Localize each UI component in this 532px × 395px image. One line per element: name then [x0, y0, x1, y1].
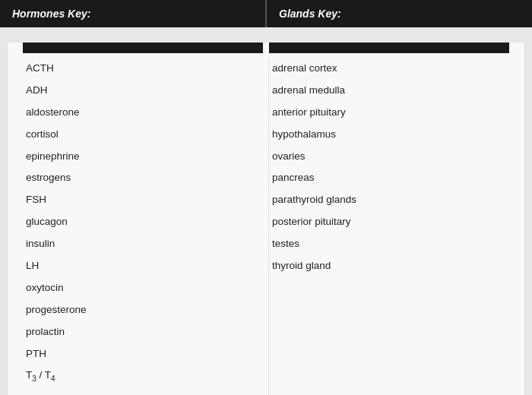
list-item: epinephrine: [23, 146, 263, 168]
header-bar: Hormones Key: Glands Key:: [0, 0, 532, 27]
list-item: oxytocin: [23, 277, 263, 299]
list-item: adrenal medulla: [269, 80, 509, 102]
glands-column: adrenal cortexadrenal medullaanterior pi…: [269, 53, 509, 395]
list-item: FSH: [23, 189, 263, 211]
list-item: anterior pituitary: [269, 102, 509, 124]
table-body: ACTHADHaldosteronecortisolepinephrineest…: [23, 53, 509, 395]
hormones-header-cell: Hormones Key:: [0, 0, 265, 27]
main-card: ACTHADHaldosteronecortisolepinephrineest…: [8, 43, 524, 395]
list-item: adrenal cortex: [269, 58, 509, 80]
list-item: ADH: [23, 80, 263, 102]
glands-header-cell: Glands Key:: [267, 0, 532, 27]
list-item: insulin: [23, 233, 263, 255]
list-item: LH: [23, 255, 263, 277]
list-item: ACTH: [23, 58, 263, 80]
list-item: PTH: [23, 343, 263, 365]
hormones-column: ACTHADHaldosteronecortisolepinephrineest…: [23, 53, 263, 395]
hormones-key-label: Hormones Key:: [12, 8, 90, 20]
list-item: hypothalamus: [269, 124, 509, 146]
list-item: testosterone: [23, 388, 263, 395]
list-item: parathyroid glands: [269, 189, 509, 211]
list-item: prolactin: [23, 321, 263, 343]
list-item: aldosterone: [23, 102, 263, 124]
list-item: estrogens: [23, 167, 263, 189]
list-item: progesterone: [23, 299, 263, 321]
glands-col-bar: [269, 43, 509, 53]
list-item: glucagon: [23, 211, 263, 233]
hormones-col-bar: [23, 43, 263, 53]
list-item: ovaries: [269, 146, 509, 168]
list-item: cortisol: [23, 124, 263, 146]
list-item: pancreas: [269, 167, 509, 189]
list-item: posterior pituitary: [269, 211, 509, 233]
column-divider: [263, 58, 269, 395]
table-header: [23, 43, 509, 53]
list-item: testes: [269, 233, 509, 255]
glands-key-label: Glands Key:: [279, 8, 341, 20]
list-item: thyroid gland: [269, 255, 509, 277]
col-bar-divider: [263, 43, 269, 53]
list-item: T3 / T4: [23, 365, 263, 388]
